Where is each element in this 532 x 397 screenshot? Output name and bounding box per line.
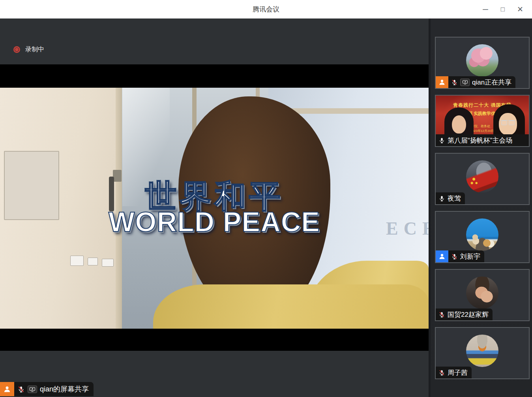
- participant-tile-qian[interactable]: qian正在共享: [435, 37, 530, 89]
- close-button[interactable]: ✕: [511, 0, 529, 19]
- participants-sidebar: qian正在共享 青春践行二十大 强国有我 第八届 实践教学优 大赛 克思主义学…: [429, 19, 532, 397]
- participant-name: 第八届“扬帆杯”主会场: [448, 136, 512, 145]
- window-controls: ─ □ ✕: [477, 0, 529, 19]
- titlebar: 腾讯会议 ─ □ ✕: [0, 0, 532, 19]
- shared-screen-stage: 录制中 ECH 世界和平: [0, 19, 429, 397]
- participant-name: 国贸22赵家辉: [448, 310, 489, 319]
- participant-tile-liuxinyu[interactable]: 刘新宇: [435, 211, 530, 263]
- minimize-button[interactable]: ─: [477, 0, 494, 19]
- scene-yellow-hoodie: [153, 284, 429, 329]
- window-title: 腾讯会议: [253, 5, 279, 14]
- participant-name: 夜莺: [448, 194, 461, 203]
- avatar-cherry-blossom: [466, 44, 498, 77]
- participant-tile-yeying[interactable]: 夜莺: [435, 153, 530, 205]
- shared-video-frame: ECH 世界和平 WORLD PEACE: [0, 64, 429, 351]
- screen-share-icon: [460, 79, 470, 86]
- recording-indicator[interactable]: 录制中: [13, 45, 44, 54]
- avatar-cats-seaside: [466, 218, 498, 251]
- mic-on-icon: [438, 137, 445, 144]
- participant-name: qian正在共享: [472, 78, 511, 87]
- speaker-right-glasses: [500, 120, 516, 125]
- screen-share-icon: [28, 386, 37, 393]
- mic-muted-icon: [451, 253, 458, 260]
- tencent-meeting-window: 腾讯会议 ─ □ ✕ 录制中: [0, 0, 532, 397]
- maximize-button[interactable]: □: [494, 0, 511, 19]
- mic-muted-icon: [451, 79, 458, 86]
- scene-wall-box: [102, 259, 114, 267]
- presenter-name: qian的屏幕共享: [40, 384, 89, 394]
- host-badge-icon: [0, 382, 14, 396]
- participant-tile-main-venue[interactable]: 青春践行二十大 强国有我 第八届 实践教学优 大赛 克思主义学院、教务处、学生处…: [435, 95, 530, 147]
- host-badge-icon: [436, 76, 448, 88]
- scene-wall-box: [70, 256, 84, 266]
- participant-label: 第八届“扬帆杯”主会场: [436, 134, 529, 146]
- participant-name: 周子茜: [448, 368, 468, 377]
- shared-video-content: ECH 世界和平 WORLD PEACE: [0, 88, 429, 329]
- scene-wall-box: [88, 258, 98, 265]
- avatar-red-flag-figure: [466, 160, 498, 193]
- cohost-badge-icon: [436, 250, 448, 262]
- mic-muted-icon: [17, 386, 25, 393]
- avatar-portrait-man: [466, 277, 498, 309]
- participant-tile-zhaojiahui[interactable]: 国贸22赵家辉: [435, 269, 530, 321]
- avatar-crochet-doll: [466, 335, 498, 367]
- recording-icon: [13, 46, 20, 53]
- presenter-label: qian的屏幕共享: [0, 382, 94, 396]
- participant-name: 刘新宇: [460, 252, 480, 261]
- video-caption-en: WORLD PEACE: [0, 206, 429, 238]
- participant-label: 夜莺: [436, 192, 465, 204]
- participant-label: qian正在共享: [436, 76, 515, 88]
- speaker-left-face: [452, 115, 466, 134]
- mic-muted-icon: [438, 311, 445, 318]
- mic-muted-icon: [438, 369, 445, 376]
- participant-label: 刘新宇: [436, 250, 484, 262]
- mic-on-icon: [438, 195, 445, 202]
- participant-tile-zhouziqian[interactable]: 周子茜: [435, 327, 530, 379]
- participant-label: 周子茜: [436, 367, 472, 378]
- recording-label: 录制中: [25, 45, 44, 54]
- participant-label: 国贸22赵家辉: [436, 309, 493, 320]
